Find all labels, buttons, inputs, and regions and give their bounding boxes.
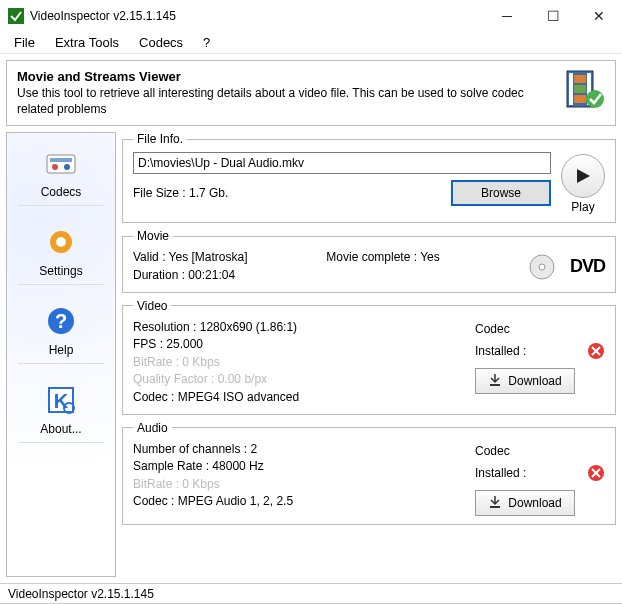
movie-duration: Duration : 00:21:04 (133, 267, 528, 284)
about-icon: K (41, 380, 81, 420)
play-label: Play (571, 200, 594, 214)
audio-sample-rate: Sample Rate : 48000 Hz (133, 458, 475, 475)
audio-installed-label: Installed : (475, 465, 526, 482)
file-size-label: File Size : 1.7 Gb. (133, 186, 451, 200)
svg-rect-23 (490, 384, 500, 386)
download-icon (488, 373, 502, 390)
fileinfo-group: File Info. File Size : 1.7 Gb. Browse (122, 132, 616, 223)
svg-point-7 (586, 90, 604, 108)
disc-icon (528, 253, 556, 281)
video-legend: Video (133, 299, 171, 313)
sidebar-item-codecs[interactable]: Codecs (16, 139, 106, 210)
sidebar-label-help: Help (18, 343, 104, 364)
svg-point-10 (52, 164, 58, 170)
menubar: File Extra Tools Codecs ? (0, 32, 622, 54)
video-fps: FPS : 25.000 (133, 336, 475, 353)
svg-rect-0 (8, 8, 24, 24)
video-installed-label: Installed : (475, 343, 526, 360)
fileinfo-legend: File Info. (133, 132, 187, 146)
sidebar-label-about: About... (18, 422, 104, 443)
svg-rect-2 (569, 73, 573, 105)
sidebar-item-about[interactable]: K About... (16, 376, 106, 447)
header-panel: Movie and Streams Viewer Use this tool t… (6, 60, 616, 126)
titlebar: VideoInspector v2.15.1.145 ─ ☐ ✕ (0, 0, 622, 32)
svg-rect-9 (50, 158, 72, 162)
svg-text:K: K (54, 390, 69, 412)
movie-complete: Movie complete : Yes (326, 250, 439, 264)
play-button[interactable] (561, 154, 605, 198)
movie-valid: Valid : Yes [Matroska] (133, 249, 323, 266)
svg-marker-19 (577, 169, 590, 183)
menu-file[interactable]: File (6, 33, 43, 52)
video-download-button[interactable]: Download (475, 368, 575, 394)
audio-codec: Codec : MPEG Audio 1, 2, 2.5 (133, 493, 475, 510)
video-resolution: Resolution : 1280x690 (1.86:1) (133, 319, 475, 336)
header-desc: Use this tool to retrieve all interestin… (17, 86, 555, 117)
audio-download-label: Download (508, 496, 561, 510)
video-codec-label: Codec (475, 321, 605, 338)
file-path-input[interactable] (133, 152, 551, 174)
close-button[interactable]: ✕ (576, 0, 622, 32)
video-quality-factor: Quality Factor : 0.00 b/px (133, 371, 475, 388)
sidebar-item-settings[interactable]: Settings (16, 218, 106, 289)
movie-group: Movie Valid : Yes [Matroska] Movie compl… (122, 229, 616, 293)
video-codec: Codec : MPEG4 ISO advanced (133, 389, 475, 406)
app-icon (8, 8, 24, 24)
svg-point-21 (539, 264, 545, 270)
film-check-icon (565, 69, 605, 112)
sidebar-item-help[interactable]: ? Help (16, 297, 106, 368)
status-bar: VideoInspector v2.15.1.145 (0, 583, 622, 603)
video-group: Video Resolution : 1280x690 (1.86:1) FPS… (122, 299, 616, 415)
audio-group: Audio Number of channels : 2 Sample Rate… (122, 421, 616, 525)
menu-help[interactable]: ? (195, 33, 218, 52)
svg-rect-8 (47, 155, 75, 173)
help-icon: ? (41, 301, 81, 341)
video-bitrate: BitRate : 0 Kbps (133, 354, 475, 371)
maximize-button[interactable]: ☐ (530, 0, 576, 32)
menu-codecs[interactable]: Codecs (131, 33, 191, 52)
audio-channels: Number of channels : 2 (133, 441, 475, 458)
error-icon (587, 342, 605, 360)
gear-icon (41, 222, 81, 262)
svg-rect-5 (574, 85, 586, 93)
codecs-icon (41, 143, 81, 183)
sidebar: Codecs Settings ? Help K About... (6, 132, 116, 577)
play-icon (574, 167, 592, 185)
svg-point-13 (57, 238, 65, 246)
audio-codec-label: Codec (475, 443, 605, 460)
svg-rect-4 (574, 75, 586, 83)
browse-button[interactable]: Browse (451, 180, 551, 206)
sidebar-label-codecs: Codecs (18, 185, 104, 206)
menu-extra-tools[interactable]: Extra Tools (47, 33, 127, 52)
audio-download-button[interactable]: Download (475, 490, 575, 516)
status-text: VideoInspector v2.15.1.145 (8, 587, 154, 601)
header-title: Movie and Streams Viewer (17, 69, 555, 84)
audio-bitrate: BitRate : 0 Kbps (133, 476, 475, 493)
svg-point-11 (64, 164, 70, 170)
video-download-label: Download (508, 374, 561, 388)
audio-legend: Audio (133, 421, 172, 435)
download-icon (488, 495, 502, 512)
movie-legend: Movie (133, 229, 173, 243)
svg-rect-25 (490, 506, 500, 508)
window-title: VideoInspector v2.15.1.145 (30, 9, 484, 23)
minimize-button[interactable]: ─ (484, 0, 530, 32)
svg-rect-6 (574, 95, 586, 103)
dvd-label: DVD (570, 256, 605, 277)
error-icon (587, 464, 605, 482)
sidebar-label-settings: Settings (18, 264, 104, 285)
svg-text:?: ? (55, 310, 67, 332)
